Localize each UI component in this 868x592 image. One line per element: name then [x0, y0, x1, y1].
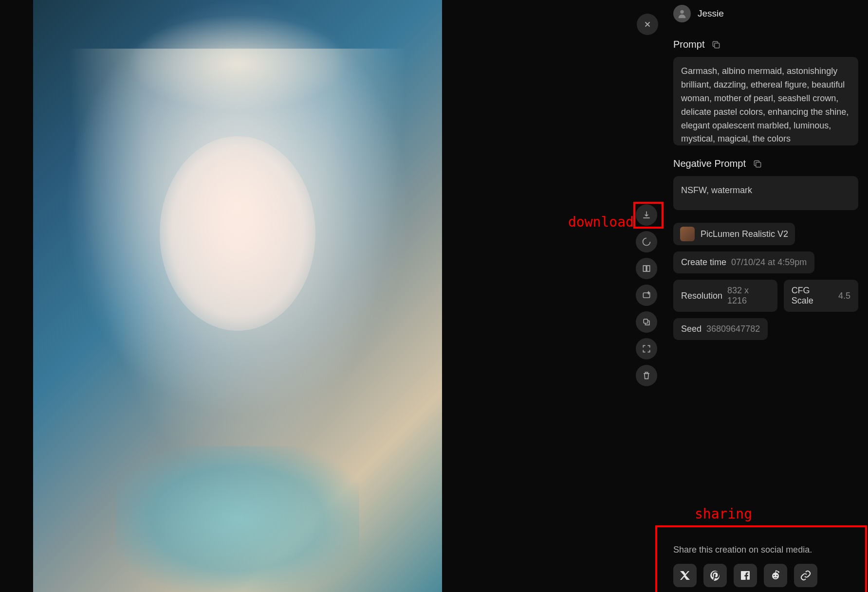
branch-icon	[642, 317, 651, 327]
expand-icon	[642, 344, 651, 354]
resolution-value: 832 x 1216	[727, 286, 770, 306]
resolution-label: Resolution	[681, 291, 722, 301]
link-icon	[800, 570, 812, 581]
close-icon	[643, 20, 652, 29]
svg-rect-4	[756, 162, 761, 167]
x-icon	[679, 570, 691, 581]
resolution-pill: Resolution 832 x 1216	[673, 280, 777, 312]
svg-point-8	[776, 575, 778, 576]
svg-point-5	[772, 573, 779, 579]
model-name: PicLumen Realistic V2	[701, 229, 788, 239]
sparkle-image-icon	[642, 290, 651, 300]
share-facebook-button[interactable]	[734, 564, 757, 587]
negative-prompt-text: NSFW, watermark	[673, 176, 858, 210]
create-time-label: Create time	[681, 257, 726, 268]
cfg-value: 4.5	[838, 291, 850, 301]
generated-image[interactable]	[33, 0, 442, 592]
svg-rect-1	[644, 319, 647, 323]
pinterest-icon	[709, 570, 721, 581]
close-button[interactable]	[637, 14, 658, 35]
book-open-icon	[642, 264, 651, 273]
download-button[interactable]	[636, 204, 657, 226]
enhance-button[interactable]	[636, 285, 657, 306]
trash-icon	[642, 371, 651, 380]
spinner-icon	[642, 237, 651, 247]
model-pill[interactable]: PicLumen Realistic V2	[673, 223, 795, 245]
author-row[interactable]: Jessie	[673, 5, 858, 22]
person-icon	[677, 8, 687, 19]
share-text: Share this creation on social media.	[673, 545, 858, 555]
variations-button[interactable]	[636, 311, 657, 333]
negative-prompt-label: Negative Prompt	[673, 158, 746, 169]
copy-prompt-button[interactable]	[711, 40, 721, 50]
fullscreen-button[interactable]	[636, 338, 657, 359]
seed-pill: Seed 36809647782	[673, 318, 768, 340]
copy-link-button[interactable]	[794, 564, 817, 587]
download-icon	[642, 210, 651, 220]
annotation-sharing-label: sharing	[695, 506, 752, 522]
cfg-label: CFG Scale	[792, 286, 833, 306]
avatar	[673, 5, 691, 22]
create-time-value: 07/10/24 at 4:59pm	[731, 257, 807, 268]
seed-label: Seed	[681, 324, 702, 334]
svg-rect-3	[715, 43, 720, 48]
prompt-text: Garmash, albino mermaid, astonishingly b…	[673, 57, 858, 145]
compare-button[interactable]	[636, 258, 657, 279]
share-reddit-button[interactable]	[764, 564, 787, 587]
create-time-pill: Create time 07/10/24 at 4:59pm	[673, 251, 814, 273]
share-x-button[interactable]	[673, 564, 697, 587]
cfg-pill: CFG Scale 4.5	[784, 280, 858, 312]
facebook-icon	[739, 570, 751, 581]
seed-value: 36809647782	[706, 324, 760, 334]
annotation-download-label: download	[568, 214, 634, 230]
svg-point-2	[680, 10, 683, 14]
prompt-label: Prompt	[673, 39, 704, 50]
image-viewer	[0, 0, 442, 592]
svg-point-7	[774, 575, 775, 576]
username: Jessie	[698, 8, 724, 19]
model-thumbnail	[680, 227, 695, 241]
copy-negative-prompt-button[interactable]	[753, 159, 762, 169]
share-pinterest-button[interactable]	[703, 564, 727, 587]
regenerate-button[interactable]	[636, 231, 657, 252]
delete-button[interactable]	[636, 365, 657, 386]
reddit-icon	[770, 570, 781, 581]
